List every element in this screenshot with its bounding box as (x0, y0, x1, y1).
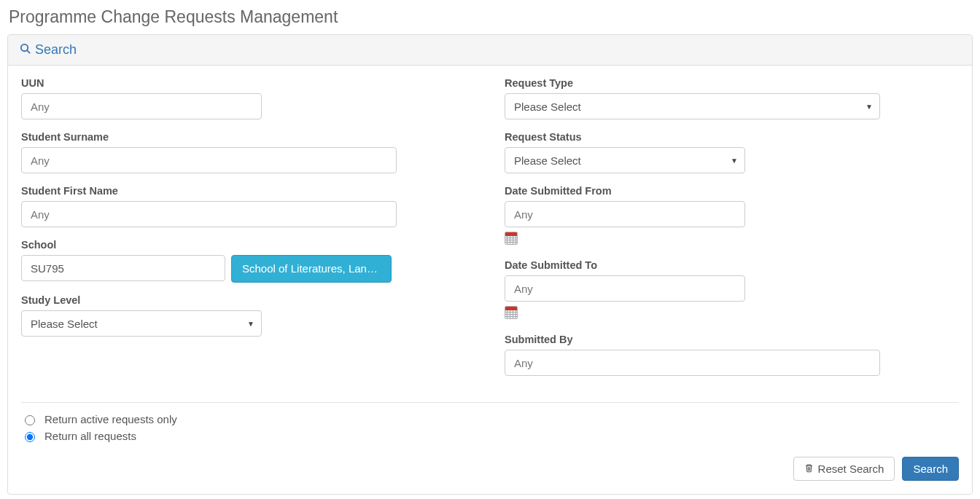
school-group: School School of Literatures, Lang... (21, 239, 475, 283)
dateto-label: Date Submitted To (505, 259, 959, 271)
separator (21, 402, 959, 403)
reqstatus-label: Request Status (505, 131, 959, 143)
school-label: School (21, 239, 475, 251)
actions-row: Reset Search Search (21, 457, 959, 481)
datefrom-label: Date Submitted From (505, 185, 959, 197)
search-button-label: Search (913, 463, 948, 475)
left-column: UUN Student Surname Student First Name S… (21, 77, 475, 388)
studylevel-select[interactable]: Please Select (21, 310, 262, 337)
panel-heading[interactable]: Search (8, 35, 972, 66)
school-selected-badge[interactable]: School of Literatures, Lang... (231, 255, 392, 283)
right-column: Request Type Please Select ▼ Request Sta… (505, 77, 959, 388)
calendar-icon[interactable] (505, 232, 518, 245)
firstname-group: Student First Name (21, 185, 475, 227)
search-panel: Search UUN Student Surname Student First… (7, 34, 973, 495)
panel-body: UUN Student Surname Student First Name S… (8, 66, 972, 494)
studylevel-label: Study Level (21, 294, 475, 306)
uun-label: UUN (21, 77, 475, 89)
reset-search-button[interactable]: Reset Search (793, 457, 895, 481)
submittedby-input[interactable] (505, 350, 880, 376)
firstname-input[interactable] (21, 201, 397, 227)
reqstatus-group: Request Status Please Select ▼ (505, 131, 959, 173)
firstname-label: Student First Name (21, 185, 475, 197)
radio-all[interactable] (25, 432, 35, 442)
svg-point-0 (21, 44, 28, 51)
reqtype-label: Request Type (505, 77, 959, 89)
submittedby-group: Submitted By (505, 334, 959, 376)
uun-input[interactable] (21, 93, 262, 119)
reqtype-select[interactable]: Please Select (505, 93, 880, 119)
datefrom-input[interactable] (505, 201, 745, 227)
surname-input[interactable] (21, 147, 397, 173)
search-icon (20, 43, 31, 57)
page-title: Programme Change Requests Management (9, 7, 973, 27)
radio-active-only-row: Return active requests only (21, 413, 959, 425)
surname-group: Student Surname (21, 131, 475, 173)
svg-line-1 (27, 50, 30, 53)
surname-label: Student Surname (21, 131, 475, 143)
radio-active-only-label[interactable]: Return active requests only (44, 413, 177, 425)
dateto-group: Date Submitted To (505, 259, 959, 322)
calendar-icon[interactable] (505, 306, 518, 319)
datefrom-group: Date Submitted From (505, 185, 959, 248)
studylevel-group: Study Level Please Select ▼ (21, 294, 475, 337)
trash-icon (804, 463, 814, 475)
school-input[interactable] (21, 255, 225, 281)
submittedby-label: Submitted By (505, 334, 959, 345)
dateto-input[interactable] (505, 275, 745, 302)
radio-all-label[interactable]: Return all requests (44, 430, 136, 442)
search-button[interactable]: Search (902, 457, 959, 481)
uun-group: UUN (21, 77, 475, 119)
reset-search-label: Reset Search (818, 463, 884, 475)
reqtype-group: Request Type Please Select ▼ (505, 77, 959, 119)
radio-active-only[interactable] (25, 415, 35, 425)
panel-heading-title: Search (35, 42, 77, 58)
radio-all-row: Return all requests (21, 430, 959, 442)
reqstatus-select[interactable]: Please Select (505, 147, 745, 173)
